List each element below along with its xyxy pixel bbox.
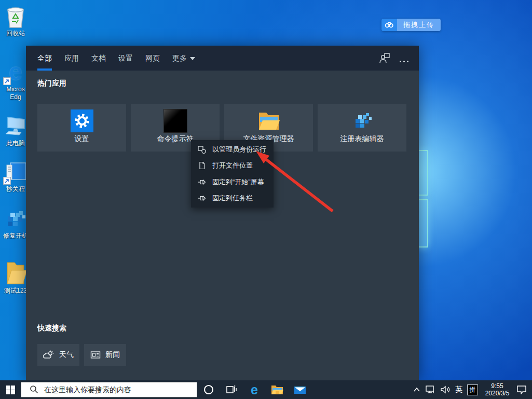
search-panel-header: 全部 应用 文档 设置 网页 更多	[26, 46, 419, 71]
terminal-icon	[163, 109, 187, 133]
shortcut-arrow-icon	[3, 77, 11, 85]
menu-item-run-as-admin[interactable]: 以管理员身份运行	[191, 142, 274, 157]
system-tray: 英 拼 9:55 2020/3/5	[413, 382, 532, 397]
task-view-icon	[226, 385, 237, 394]
netdisk-cloud-icon	[381, 19, 397, 31]
search-panel: 全部 应用 文档 设置 网页 更多 热门应用	[26, 46, 419, 380]
more-options-icon[interactable]	[400, 56, 408, 67]
pin-icon	[198, 178, 206, 186]
tab-settings[interactable]: 设置	[118, 46, 133, 68]
taskbar-edge-button[interactable]: e	[243, 380, 266, 399]
tile-label: 设置	[75, 134, 89, 144]
tile-label: 注册表编辑器	[340, 134, 384, 144]
tile-registry-editor[interactable]: 注册表编辑器	[318, 104, 406, 152]
quick-search-label: 天气	[59, 350, 74, 360]
taskbar-search-box[interactable]	[21, 382, 197, 397]
recycle-bin-icon	[1, 4, 30, 29]
folder-icon	[271, 384, 283, 395]
taskbar-clock[interactable]: 9:55 2020/3/5	[483, 382, 512, 397]
menu-item-label: 固定到“开始”屏幕	[212, 177, 264, 187]
tab-apps[interactable]: 应用	[64, 46, 79, 68]
quick-search-weather[interactable]: 天气	[37, 344, 79, 366]
run-as-admin-icon	[198, 145, 206, 154]
active-tab-underline	[37, 68, 52, 71]
quick-search-label: 新闻	[105, 350, 120, 360]
windows-logo-icon	[6, 386, 15, 394]
tray-overflow-chevron-icon[interactable]	[413, 387, 420, 392]
language-indicator[interactable]: 英	[455, 385, 462, 394]
quick-search-title: 快速搜索	[37, 324, 66, 333]
volume-icon[interactable]	[440, 386, 451, 394]
taskbar: e 英 拼 9:55 2020	[0, 380, 532, 399]
taskbar-mail-button[interactable]	[289, 380, 311, 399]
menu-item-pin-to-start[interactable]: 固定到“开始”屏幕	[191, 174, 274, 190]
desktop-icon-label: 回收站	[1, 30, 30, 37]
weather-icon	[43, 350, 54, 360]
news-icon	[90, 351, 101, 359]
edge-icon: e	[251, 383, 258, 396]
context-menu: 以管理员身份运行 打开文件位置 固定到“开始”屏幕 固定到任务栏	[191, 140, 274, 208]
tile-label: 命令提示符	[157, 134, 194, 144]
folder-icon	[257, 109, 280, 133]
clock-date: 2020/3/5	[483, 390, 512, 397]
wallpaper-window-glow-1	[417, 150, 428, 196]
network-icon[interactable]	[425, 385, 435, 394]
taskbar-file-explorer-button[interactable]	[266, 380, 289, 399]
task-view-button[interactable]	[220, 380, 243, 399]
menu-item-open-file-location[interactable]: 打开文件位置	[191, 158, 274, 173]
start-button[interactable]	[0, 380, 21, 399]
hot-apps-title: 热门应用	[37, 79, 66, 88]
account-feedback-icon[interactable]	[378, 52, 391, 66]
tab-more-label: 更多	[172, 54, 187, 62]
clock-time: 9:55	[483, 382, 512, 390]
tab-documents[interactable]: 文档	[91, 46, 106, 68]
drag-upload-widget[interactable]: 拖拽上传	[381, 19, 441, 31]
gear-icon	[71, 109, 93, 133]
menu-item-label: 以管理员身份运行	[212, 145, 266, 154]
tab-web[interactable]: 网页	[145, 46, 160, 68]
tile-settings[interactable]: 设置	[37, 104, 126, 152]
search-input[interactable]	[21, 382, 197, 397]
mail-icon	[294, 385, 306, 394]
menu-item-label: 打开文件位置	[212, 161, 253, 170]
drag-upload-label[interactable]: 拖拽上传	[397, 19, 441, 31]
cortana-button[interactable]	[197, 380, 220, 399]
shortcut-arrow-icon	[3, 177, 11, 185]
registry-cubes-icon	[352, 109, 373, 133]
pin-icon	[198, 194, 206, 202]
ime-mode-indicator[interactable]: 拼	[467, 384, 478, 395]
cortana-circle-icon	[203, 384, 214, 395]
tab-more[interactable]: 更多	[172, 46, 195, 68]
tab-all[interactable]: 全部	[37, 46, 52, 68]
chevron-down-icon	[190, 57, 195, 60]
menu-item-label: 固定到任务栏	[212, 194, 253, 203]
quick-search-news[interactable]: 新闻	[84, 344, 126, 366]
menu-item-pin-to-taskbar[interactable]: 固定到任务栏	[191, 190, 274, 206]
search-icon	[30, 385, 38, 394]
action-center-icon[interactable]	[516, 385, 527, 394]
wallpaper-window-glow-2	[417, 199, 428, 247]
open-location-icon	[198, 161, 206, 170]
desktop-icon-recycle-bin[interactable]: 回收站	[1, 4, 30, 37]
